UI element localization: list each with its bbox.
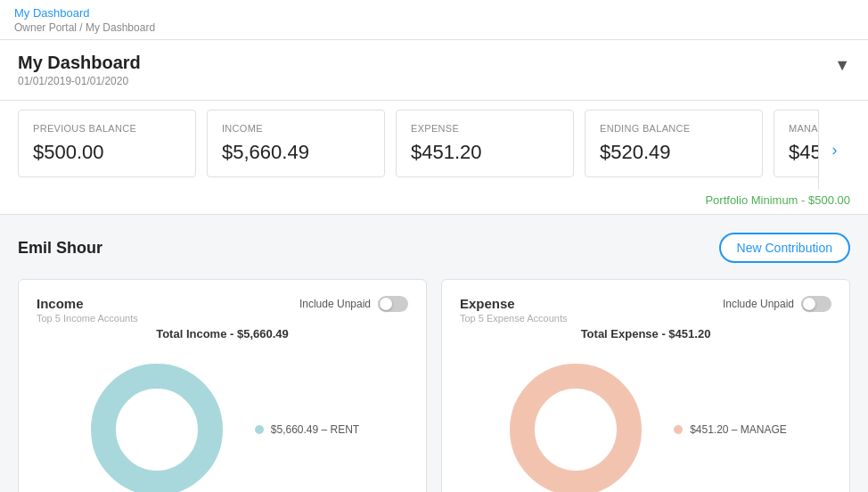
charts-row: Income Top 5 Income Accounts Include Unp…: [18, 279, 850, 492]
summary-card-ending-balance: Ending Balance $520.49: [585, 110, 763, 177]
expense-chart-title-block: Expense Top 5 Expense Accounts: [460, 296, 567, 324]
nav-link[interactable]: My Dashboard: [14, 6, 90, 20]
portfolio-minimum: Portfolio Minimum - $500.00: [18, 190, 850, 214]
card-value: $5,660.49: [222, 141, 370, 164]
income-donut-container: $5,660.49 – RENT: [37, 349, 408, 492]
expense-donut-chart: [504, 358, 647, 492]
card-value: $500.00: [33, 141, 181, 164]
expense-chart-total: Total Expense - $451.20: [460, 327, 831, 340]
card-label: Income: [222, 123, 370, 134]
expense-legend: $451.20 – MANAGE: [674, 423, 787, 436]
svg-point-3: [547, 401, 604, 458]
main-content: Emil Shour New Contribution Income Top 5…: [0, 215, 868, 492]
income-chart-subtitle: Top 5 Income Accounts: [37, 313, 138, 324]
income-legend: $5,660.49 – RENT: [255, 423, 359, 436]
income-chart-header: Income Top 5 Income Accounts Include Unp…: [37, 296, 408, 324]
income-chart-total: Total Income - $5,660.49: [37, 327, 408, 340]
income-chart-title-block: Income Top 5 Income Accounts: [37, 296, 138, 324]
expense-unpaid-toggle[interactable]: [801, 296, 831, 312]
summary-card-expense: Expense $451.20: [396, 110, 574, 177]
date-range: 01/01/2019-01/01/2020: [18, 75, 141, 87]
dashboard-header-left: My Dashboard 01/01/2019-01/01/2020: [18, 53, 141, 87]
income-unpaid-toggle[interactable]: [378, 296, 408, 312]
filter-icon[interactable]: ▼: [834, 56, 850, 75]
expense-donut-container: $451.20 – MANAGE: [460, 349, 831, 492]
legend-dot: [255, 425, 264, 434]
top-nav: My Dashboard Owner Portal / My Dashboard: [0, 0, 868, 40]
scroll-right-arrow[interactable]: ›: [818, 110, 850, 190]
expense-chart-subtitle: Top 5 Expense Accounts: [460, 313, 567, 324]
page-title: My Dashboard: [18, 53, 141, 73]
card-value: $520.49: [600, 141, 748, 164]
legend-item: $5,660.49 – RENT: [255, 423, 359, 436]
new-contribution-button[interactable]: New Contribution: [719, 233, 850, 263]
summary-section: Previous Balance $500.00 Income $5,660.4…: [0, 101, 868, 215]
expense-include-unpaid: Include Unpaid: [723, 296, 831, 312]
summary-card-previous-balance: Previous Balance $500.00: [18, 110, 196, 177]
legend-label: $5,660.49 – RENT: [271, 423, 359, 436]
breadcrumb: Owner Portal / My Dashboard: [14, 21, 854, 34]
cards-container: Previous Balance $500.00 Income $5,660.4…: [18, 110, 850, 190]
card-label: Expense: [411, 123, 559, 134]
income-chart-title: Income: [37, 296, 138, 311]
expense-chart-card: Expense Top 5 Expense Accounts Include U…: [441, 279, 850, 492]
section-title: Emil Shour: [18, 239, 102, 258]
card-label: Ending Balance: [600, 123, 748, 134]
include-unpaid-label: Include Unpaid: [723, 298, 794, 310]
card-label: Previous Balance: [33, 123, 181, 134]
legend-label: $451.20 – MANAGE: [690, 423, 787, 436]
include-unpaid-label: Include Unpaid: [299, 298, 371, 310]
income-donut-chart: [86, 358, 228, 492]
dashboard-header: My Dashboard 01/01/2019-01/01/2020 ▼: [0, 40, 868, 101]
cards-scroll: Previous Balance $500.00 Income $5,660.4…: [18, 110, 850, 190]
expense-chart-title: Expense: [460, 296, 567, 311]
income-chart-card: Income Top 5 Income Accounts Include Unp…: [18, 279, 427, 492]
income-include-unpaid: Include Unpaid: [299, 296, 408, 312]
legend-dot: [674, 425, 683, 434]
card-value: $451.20: [411, 141, 559, 164]
svg-point-1: [128, 401, 185, 458]
section-header: Emil Shour New Contribution: [18, 233, 850, 263]
summary-card-income: Income $5,660.49: [207, 110, 385, 177]
legend-item: $451.20 – MANAGE: [674, 423, 787, 436]
expense-chart-header: Expense Top 5 Expense Accounts Include U…: [460, 296, 831, 324]
